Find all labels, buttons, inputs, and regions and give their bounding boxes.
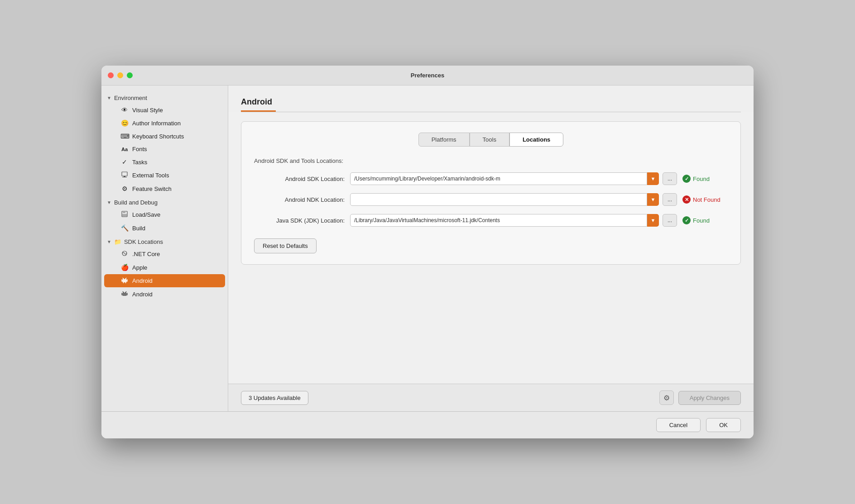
- sidebar-section-label: SDK Locations: [124, 238, 163, 245]
- sidebar-section-build-debug[interactable]: ▼ Build and Debug: [101, 195, 228, 208]
- page-header: Android: [228, 86, 754, 112]
- sidebar-item-external-tools[interactable]: External Tools: [104, 169, 225, 182]
- sidebar-item-label: Tasks: [132, 159, 147, 166]
- sidebar-item-label: Feature Switch: [132, 185, 172, 192]
- sidebar-item-feature-switch[interactable]: ⚙ Feature Switch: [104, 182, 225, 195]
- svg-rect-0: [122, 172, 127, 176]
- chevron-down-icon: ▼: [107, 200, 111, 205]
- sidebar-item-load-save[interactable]: Load/Save: [104, 208, 225, 221]
- updates-button[interactable]: 3 Updates Available: [241, 391, 308, 405]
- sidebar-item-android-active[interactable]: Android: [104, 274, 225, 287]
- svg-rect-4: [123, 211, 125, 213]
- jdk-status-text: Found: [693, 217, 710, 224]
- ndk-location-label: Android NDK Location:: [254, 196, 345, 203]
- sdk-location-row: Android SDK Location: ▼ ... ✓ Found: [254, 172, 728, 185]
- gear-icon: ⚙: [120, 185, 129, 192]
- ok-button[interactable]: OK: [706, 418, 741, 432]
- sdk-location-label: Android SDK Location:: [254, 176, 345, 182]
- sidebar-item-tasks[interactable]: ✓ Tasks: [104, 156, 225, 168]
- gear-icon: ⚙: [663, 394, 670, 402]
- sidebar-item-label: Android: [132, 291, 153, 298]
- tab-locations[interactable]: Locations: [509, 133, 563, 147]
- font-icon: Aa: [120, 147, 129, 152]
- jdk-location-input[interactable]: [350, 214, 647, 227]
- jdk-location-browse[interactable]: ...: [663, 214, 677, 227]
- sidebar-item-label: Build: [132, 225, 145, 232]
- sidebar-item-label: .NET Core: [132, 251, 160, 257]
- apply-changes-button[interactable]: Apply Changes: [678, 391, 741, 405]
- cancel-button[interactable]: Cancel: [656, 418, 701, 432]
- hammer-icon: 🔨: [120, 224, 129, 232]
- sdk-location-dropdown[interactable]: ▼: [647, 172, 659, 185]
- chevron-down-icon: ▼: [651, 176, 656, 181]
- chevron-down-icon: ▼: [651, 197, 656, 202]
- ndk-location-row: Android NDK Location: ▼ ... ✕ Not Found: [254, 193, 728, 206]
- panel-footer: 3 Updates Available ⚙ Apply Changes: [228, 384, 754, 411]
- tab-platforms[interactable]: Platforms: [418, 133, 470, 147]
- dotnet-icon: [120, 250, 129, 258]
- sidebar-item-android2[interactable]: Android: [104, 288, 225, 301]
- sidebar-item-visual-style[interactable]: 👁 Visual Style: [104, 104, 225, 116]
- sdk-location-input[interactable]: [350, 172, 647, 185]
- svg-rect-5: [122, 214, 127, 216]
- settings-gear-button[interactable]: ⚙: [659, 390, 674, 405]
- sidebar-item-build[interactable]: 🔨 Build: [104, 222, 225, 234]
- sidebar-section-sdk-locations[interactable]: ▼ 📁 SDK Locations: [101, 235, 228, 247]
- checkmark-icon: ✓: [120, 158, 129, 166]
- sdk-status-text: Found: [693, 176, 710, 182]
- window-title: Preferences: [411, 72, 444, 79]
- sidebar-item-label: Apple: [132, 264, 147, 271]
- jdk-location-label: Java SDK (JDK) Location:: [254, 217, 345, 224]
- titlebar: Preferences: [101, 66, 754, 86]
- keyboard-icon: ⌨: [120, 133, 129, 140]
- sidebar-item-label: Android: [132, 277, 153, 284]
- close-button[interactable]: [108, 72, 114, 78]
- save-icon: [120, 211, 129, 219]
- sdk-status-badge: ✓ Found: [682, 175, 728, 183]
- content-area: Android Platforms Tools Locations Androi…: [228, 86, 754, 411]
- reset-defaults-button[interactable]: Reset to Defaults: [254, 238, 317, 253]
- jdk-location-dropdown[interactable]: ▼: [647, 214, 659, 227]
- ndk-location-dropdown[interactable]: ▼: [647, 193, 659, 206]
- not-found-icon: ✕: [682, 195, 691, 204]
- sidebar-item-net-core[interactable]: .NET Core: [104, 247, 225, 261]
- ndk-location-input-wrap: ▼ ...: [350, 193, 677, 206]
- sidebar-item-label: Load/Save: [132, 211, 160, 218]
- sidebar-item-label: External Tools: [132, 172, 169, 179]
- ndk-status-badge: ✕ Not Found: [682, 195, 728, 204]
- android2-icon: [120, 290, 129, 298]
- sidebar-item-apple[interactable]: 🍎 Apple: [104, 261, 225, 274]
- folder-icon: 📁: [114, 238, 121, 245]
- svg-rect-18: [122, 293, 127, 296]
- main-content: ▼ Environment 👁 Visual Style 😊 Author In…: [101, 86, 754, 411]
- sidebar-section-environment[interactable]: ▼ Environment: [101, 91, 228, 103]
- sidebar-item-label: Fonts: [132, 146, 147, 152]
- sidebar-item-label: Author Information: [132, 120, 181, 127]
- minimize-button[interactable]: [117, 72, 123, 78]
- svg-rect-9: [122, 279, 127, 282]
- chevron-down-icon: ▼: [651, 218, 656, 223]
- ndk-status-text: Not Found: [693, 196, 721, 203]
- sdk-location-browse[interactable]: ...: [663, 172, 677, 185]
- tab-tools[interactable]: Tools: [470, 133, 509, 147]
- ndk-location-browse[interactable]: ...: [663, 193, 677, 206]
- section-description: Android SDK and Tools Locations:: [254, 157, 728, 164]
- jdk-location-row: Java SDK (JDK) Location: ▼ ... ✓ Found: [254, 214, 728, 227]
- sidebar-item-fonts[interactable]: Aa Fonts: [104, 143, 225, 155]
- sidebar-item-keyboard-shortcuts[interactable]: ⌨ Keyboard Shortcuts: [104, 130, 225, 143]
- tools-icon: [120, 171, 129, 179]
- ndk-location-input[interactable]: [350, 193, 647, 206]
- footer-right: ⚙ Apply Changes: [659, 390, 741, 405]
- chevron-down-icon: ▼: [107, 239, 111, 244]
- maximize-button[interactable]: [127, 72, 133, 78]
- window-controls: [108, 72, 133, 78]
- sidebar-item-author-info[interactable]: 😊 Author Information: [104, 117, 225, 129]
- sidebar-item-label: Keyboard Shortcuts: [132, 133, 184, 140]
- settings-panel: Platforms Tools Locations Android SDK an…: [241, 121, 741, 265]
- panel-tabs: Platforms Tools Locations: [254, 133, 728, 147]
- page-title: Android: [241, 95, 276, 112]
- sidebar-section-label: Build and Debug: [114, 199, 158, 206]
- sdk-location-input-wrap: ▼ ...: [350, 172, 677, 185]
- jdk-status-badge: ✓ Found: [682, 216, 728, 224]
- chevron-down-icon: ▼: [107, 95, 111, 100]
